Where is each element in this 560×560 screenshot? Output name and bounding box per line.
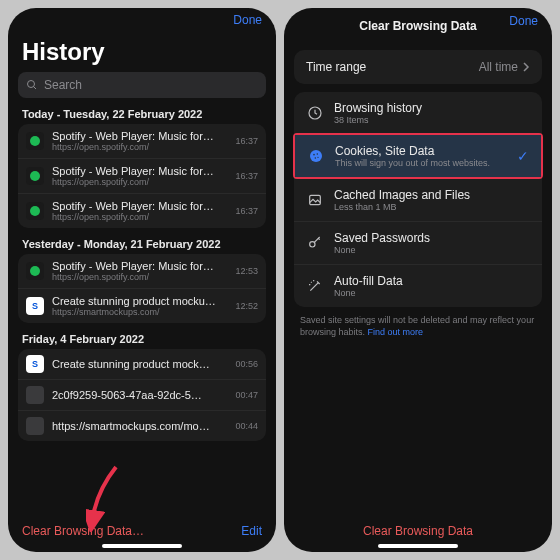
section-header: Today - Tuesday, 22 February 2022 <box>18 98 266 124</box>
option-title: Auto-fill Data <box>334 274 530 288</box>
time-range-row[interactable]: Time range All time <box>294 50 542 84</box>
image-icon <box>306 192 324 208</box>
svg-point-0 <box>28 81 35 88</box>
highlight-box: Cookies, Site Data This will sign you ou… <box>293 133 543 179</box>
history-row-title: Create stunning product mock… <box>52 358 227 370</box>
history-row-time: 00:56 <box>235 359 258 369</box>
history-icon <box>306 105 324 121</box>
smartmockups-icon: S <box>26 355 44 373</box>
done-button[interactable]: Done <box>509 14 538 28</box>
search-placeholder: Search <box>44 78 82 92</box>
clear-browsing-data-button[interactable]: Clear Browsing Data <box>294 516 542 540</box>
cookie-icon <box>307 148 325 164</box>
option-autofill[interactable]: Auto-fill Data None <box>294 264 542 307</box>
svg-point-7 <box>317 157 318 158</box>
option-saved-passwords[interactable]: Saved Passwords None <box>294 221 542 264</box>
time-range-card: Time range All time <box>294 50 542 84</box>
history-screen: Done History Search Today - Tuesday, 22 … <box>8 8 276 552</box>
search-icon <box>26 79 38 91</box>
svg-point-3 <box>310 150 322 162</box>
history-footer: Clear Browsing Data… Edit <box>8 518 276 540</box>
wand-icon <box>306 278 324 294</box>
spotify-icon <box>26 262 44 280</box>
section-header: Friday, 4 February 2022 <box>18 323 266 349</box>
svg-point-6 <box>315 157 317 159</box>
history-row[interactable]: Spotify - Web Player: Music for… https:/… <box>18 254 266 288</box>
search-input[interactable]: Search <box>18 72 266 98</box>
history-row-time: 00:47 <box>235 390 258 400</box>
history-row-title: Spotify - Web Player: Music for… <box>52 165 227 177</box>
history-row-url: https://open.spotify.com/ <box>52 142 227 152</box>
spotify-icon <box>26 167 44 185</box>
history-row-url: https://open.spotify.com/ <box>52 272 227 282</box>
home-indicator[interactable] <box>102 544 182 548</box>
option-cached-images[interactable]: Cached Images and Files Less than 1 MB <box>294 178 542 221</box>
history-row-time: 16:37 <box>235 171 258 181</box>
svg-line-1 <box>34 87 37 90</box>
history-row-url: https://open.spotify.com/ <box>52 212 227 222</box>
history-row[interactable]: Spotify - Web Player: Music for… https:/… <box>18 158 266 193</box>
history-row-title: Spotify - Web Player: Music for… <box>52 130 227 142</box>
option-title: Cached Images and Files <box>334 188 530 202</box>
history-row[interactable]: Spotify - Web Player: Music for… https:/… <box>18 124 266 158</box>
history-row-url: https://open.spotify.com/ <box>52 177 227 187</box>
svg-point-5 <box>317 153 319 155</box>
data-types-card: Browsing history 38 Items Cookies, Site … <box>294 92 542 307</box>
history-row-title: Spotify - Web Player: Music for… <box>52 260 227 272</box>
blank-icon <box>26 386 44 404</box>
option-subtitle: None <box>334 245 530 255</box>
key-icon <box>306 235 324 251</box>
history-row[interactable]: 2c0f9259-5063-47aa-92dc-5… 00:47 <box>18 379 266 410</box>
done-button[interactable]: Done <box>233 13 262 27</box>
option-title: Browsing history <box>334 101 530 115</box>
history-row-time: 12:52 <box>235 301 258 311</box>
svg-point-4 <box>313 154 315 156</box>
chevron-right-icon <box>522 62 530 72</box>
svg-rect-8 <box>310 195 321 204</box>
screen-title: Clear Browsing Data <box>359 19 476 33</box>
history-row-title: Create stunning product mocku… <box>52 295 227 307</box>
time-range-label: Time range <box>306 60 366 74</box>
history-row[interactable]: S Create stunning product mock… 00:56 <box>18 349 266 379</box>
option-cookies[interactable]: Cookies, Site Data This will sign you ou… <box>295 135 541 177</box>
edit-button[interactable]: Edit <box>241 524 262 538</box>
option-title: Cookies, Site Data <box>335 144 507 158</box>
time-range-value: All time <box>479 60 518 74</box>
option-subtitle: Less than 1 MB <box>334 202 530 212</box>
statusbar-left: Done <box>8 8 276 32</box>
option-browsing-history[interactable]: Browsing history 38 Items <box>294 92 542 134</box>
history-group: Spotify - Web Player: Music for… https:/… <box>18 124 266 228</box>
titlebar: Clear Browsing Data Done <box>284 14 552 38</box>
history-row[interactable]: https://smartmockups.com/mo… 00:44 <box>18 410 266 441</box>
option-subtitle: None <box>334 288 530 298</box>
clear-data-screen: Clear Browsing Data Done Time range All … <box>284 8 552 552</box>
history-row[interactable]: S Create stunning product mocku… https:/… <box>18 288 266 323</box>
section-header: Yesterday - Monday, 21 February 2022 <box>18 228 266 254</box>
history-content: History Search Today - Tuesday, 22 Febru… <box>8 32 276 518</box>
check-icon: ✓ <box>517 148 529 164</box>
page-title: History <box>18 36 266 72</box>
history-row[interactable]: Spotify - Web Player: Music for… https:/… <box>18 193 266 228</box>
history-row-time: 16:37 <box>235 136 258 146</box>
option-subtitle: This will sign you out of most websites. <box>335 158 507 168</box>
home-indicator[interactable] <box>378 544 458 548</box>
blank-icon <box>26 417 44 435</box>
smartmockups-icon: S <box>26 297 44 315</box>
find-out-more-link[interactable]: Find out more <box>368 327 424 337</box>
option-subtitle: 38 Items <box>334 115 530 125</box>
svg-point-9 <box>310 242 315 247</box>
history-group: Spotify - Web Player: Music for… https:/… <box>18 254 266 323</box>
footer-note: Saved site settings will not be deleted … <box>294 307 542 338</box>
history-row-title: https://smartmockups.com/mo… <box>52 420 227 432</box>
clear-data-content: Time range All time Browsing history 38 … <box>284 38 552 540</box>
history-row-title: Spotify - Web Player: Music for… <box>52 200 227 212</box>
clear-browsing-data-button[interactable]: Clear Browsing Data… <box>22 524 144 538</box>
history-row-url: https://smartmockups.com/ <box>52 307 227 317</box>
history-row-title: 2c0f9259-5063-47aa-92dc-5… <box>52 389 227 401</box>
history-row-time: 12:53 <box>235 266 258 276</box>
spotify-icon <box>26 202 44 220</box>
spotify-icon <box>26 132 44 150</box>
history-row-time: 16:37 <box>235 206 258 216</box>
option-title: Saved Passwords <box>334 231 530 245</box>
history-row-time: 00:44 <box>235 421 258 431</box>
